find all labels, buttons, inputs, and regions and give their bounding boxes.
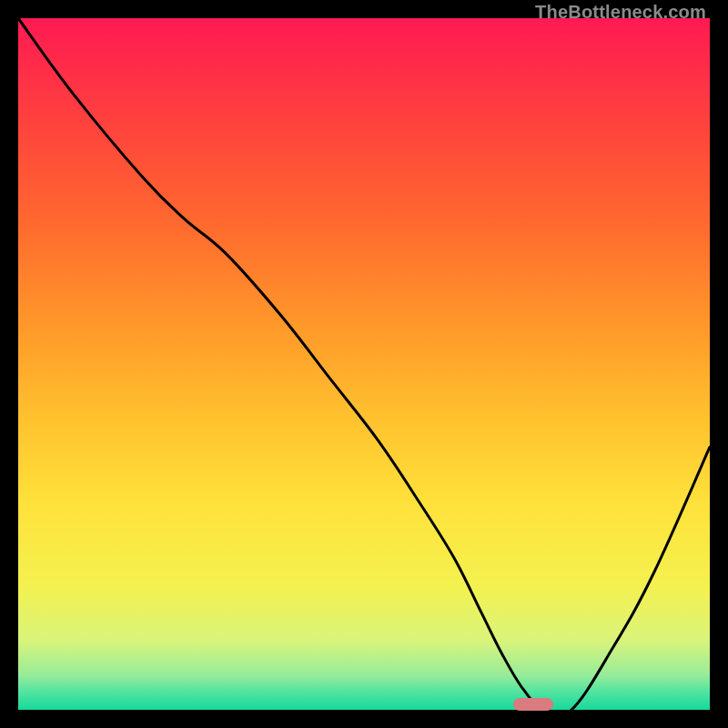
chart-stage: TheBottleneck.com <box>0 0 728 728</box>
plot-area <box>18 18 710 710</box>
minimum-marker <box>513 698 553 711</box>
curve-layer <box>18 18 710 710</box>
bottleneck-curve-path <box>18 18 710 716</box>
